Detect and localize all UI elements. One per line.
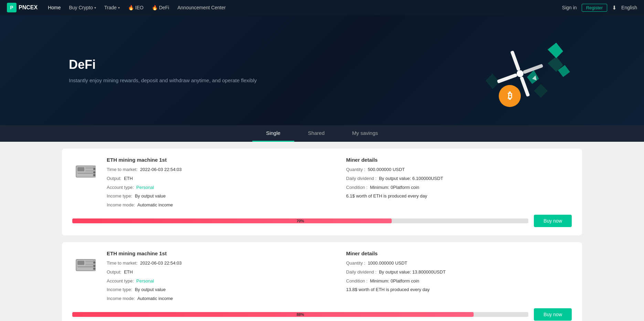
- navbar: P PNCEX Home Buy Crypto ▾ Trade ▾ 🔥 IEO …: [0, 0, 644, 15]
- svg-rect-7: [510, 51, 520, 71]
- hero-content: DeFi Instantly enjoy mining rewards, dep…: [69, 57, 465, 83]
- hero-title: DeFi: [69, 57, 465, 72]
- nav-links: Home Buy Crypto ▾ Trade ▾ 🔥 IEO 🔥 DeFi A…: [48, 5, 562, 10]
- progress-fill: [72, 218, 392, 223]
- fire-icon: 🔥: [128, 5, 134, 10]
- miner-image: [72, 250, 100, 278]
- condition-row: Condition : Minimum: 0Platform coin: [346, 278, 572, 285]
- chevron-down-icon: ▾: [118, 6, 120, 10]
- card-left: ETH mining machine 1st Time to market: 2…: [107, 250, 332, 304]
- miner-details-title: Miner details: [346, 250, 572, 256]
- svg-rect-17: [85, 167, 93, 169]
- svg-point-23: [93, 174, 95, 176]
- svg-rect-8: [520, 76, 530, 97]
- logo-text: PNCEX: [19, 4, 38, 11]
- nav-trade[interactable]: Trade ▾: [104, 5, 120, 10]
- tab-my-savings[interactable]: My savings: [338, 125, 392, 142]
- account-type-row: Account type: Personal: [107, 184, 332, 191]
- svg-rect-16: [77, 167, 84, 171]
- nav-home[interactable]: Home: [48, 5, 61, 10]
- output-row: Output: ETH: [107, 175, 332, 182]
- svg-marker-0: [534, 84, 548, 98]
- card-left: ETH mining machine 1st Time to market: 2…: [107, 157, 332, 211]
- nav-announcement[interactable]: Announcement Center: [177, 5, 225, 10]
- register-button[interactable]: Register: [582, 4, 607, 12]
- card-info: ETH mining machine 1st Time to market: 2…: [107, 250, 572, 304]
- card-top: ETH mining machine 1st Time to market: 2…: [72, 157, 572, 211]
- card-top: ETH mining machine 1st Time to market: 2…: [72, 250, 572, 304]
- svg-rect-19: [77, 173, 94, 174]
- income-mode-row: Income mode: Automatic income: [107, 295, 332, 302]
- income-mode-row: Income mode: Automatic income: [107, 202, 332, 209]
- card-title: ETH mining machine 1st: [107, 250, 332, 256]
- chevron-down-icon: ▾: [94, 6, 96, 10]
- svg-point-32: [93, 265, 95, 267]
- card-info: ETH mining machine 1st Time to market: 2…: [107, 157, 572, 211]
- note-row: 6.1$ worth of ETH is produced every day: [346, 193, 572, 200]
- fire-icon: 🔥: [152, 5, 158, 10]
- miner-card: ETH mining machine 1st Time to market: 2…: [62, 242, 582, 321]
- defi-illustration: ₿: [465, 29, 575, 111]
- svg-point-6: [516, 69, 525, 78]
- card-right: Miner details Quantity : 500.000000 USDT…: [346, 157, 572, 211]
- card-bottom: 70% Buy now: [72, 215, 572, 227]
- progress-fill: [72, 312, 474, 317]
- hero-graphic: ₿: [465, 29, 575, 111]
- note-row: 13.8$ worth of ETH is produced every day: [346, 286, 572, 293]
- language-selector[interactable]: English: [621, 5, 637, 10]
- svg-rect-18: [85, 170, 93, 172]
- signin-button[interactable]: Sign in: [562, 5, 577, 10]
- svg-marker-3: [548, 43, 563, 58]
- tab-single[interactable]: Single: [252, 125, 294, 142]
- svg-rect-9: [497, 73, 518, 84]
- logo[interactable]: P PNCEX: [7, 3, 38, 12]
- buy-now-button[interactable]: Buy now: [534, 308, 572, 321]
- progress-bar: 88%: [72, 312, 528, 317]
- svg-point-22: [93, 171, 95, 173]
- svg-text:₿: ₿: [508, 90, 512, 101]
- quantity-row: Quantity : 500.000000 USDT: [346, 166, 572, 173]
- tabs-bar: Single Shared My savings: [0, 125, 644, 142]
- svg-rect-27: [85, 261, 93, 263]
- svg-rect-26: [77, 261, 84, 265]
- svg-rect-28: [85, 264, 93, 265]
- hero-section: DeFi Instantly enjoy mining rewards, dep…: [0, 15, 644, 125]
- nav-buy-crypto[interactable]: Buy Crypto ▾: [69, 5, 96, 10]
- card-title: ETH mining machine 1st: [107, 157, 332, 163]
- daily-dividend-row: Daily dividend : By output value: 6.1000…: [346, 175, 572, 182]
- income-type-row: Income type: By output value: [107, 193, 332, 200]
- progress-bar: 70%: [72, 218, 528, 223]
- time-to-market-row: Time to market: 2022-06-03 22:54:03: [107, 260, 332, 267]
- nav-ieo[interactable]: 🔥 IEO: [128, 5, 144, 10]
- tab-shared[interactable]: Shared: [294, 125, 338, 142]
- buy-now-button[interactable]: Buy now: [534, 215, 572, 227]
- miner-card: ETH mining machine 1st Time to market: 2…: [62, 149, 582, 235]
- miner-device-icon: [72, 250, 100, 278]
- daily-dividend-row: Daily dividend : By output value: 13.800…: [346, 269, 572, 276]
- cards-area: ETH mining machine 1st Time to market: 2…: [0, 142, 644, 321]
- card-bottom: 88% Buy now: [72, 308, 572, 321]
- condition-row: Condition : Minimum: 0Platform coin: [346, 184, 572, 191]
- miner-details-title: Miner details: [346, 157, 572, 163]
- svg-point-33: [93, 268, 95, 270]
- nav-right: Sign in Register ⬇ English: [562, 4, 637, 12]
- income-type-row: Income type: By output value: [107, 286, 332, 293]
- svg-point-21: [93, 168, 95, 170]
- time-to-market-row: Time to market: 2022-06-03 22:54:03: [107, 166, 332, 173]
- quantity-row: Quantity : 1000.000000 USDT: [346, 260, 572, 267]
- logo-icon: P: [7, 3, 17, 12]
- svg-point-31: [93, 261, 95, 264]
- miner-device-icon: [72, 157, 100, 184]
- svg-rect-29: [77, 266, 94, 267]
- output-row: Output: ETH: [107, 269, 332, 276]
- download-icon[interactable]: ⬇: [612, 4, 616, 11]
- miner-image: [72, 157, 100, 184]
- hero-subtitle: Instantly enjoy mining rewards, deposit …: [69, 77, 465, 83]
- nav-defi[interactable]: 🔥 DeFi: [152, 5, 169, 10]
- card-right: Miner details Quantity : 1000.000000 USD…: [346, 250, 572, 304]
- account-type-row: Account type: Personal: [107, 278, 332, 285]
